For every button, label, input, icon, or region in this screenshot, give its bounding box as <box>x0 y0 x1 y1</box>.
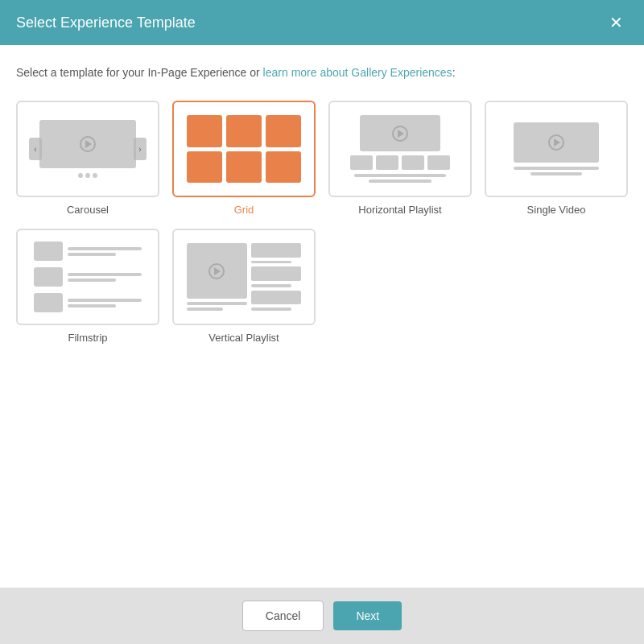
template-item-single-video[interactable]: Single Video <box>485 101 628 216</box>
template-item-horizontal-playlist[interactable]: Horizontal Playlist <box>328 101 472 216</box>
hp-play-circle <box>392 126 408 142</box>
grid-cell-2 <box>226 115 262 147</box>
fs-lines-2 <box>68 273 142 282</box>
vp-sidebar-thumb-1 <box>251 243 301 258</box>
fs-line-1b <box>68 253 116 256</box>
cancel-button[interactable]: Cancel <box>242 601 324 631</box>
description: Select a template for your In-Page Exper… <box>16 64 628 81</box>
sv-line-1 <box>514 167 600 170</box>
template-item-filmstrip[interactable]: Filmstrip <box>16 229 159 344</box>
filmstrip-preview <box>27 240 148 314</box>
carousel-next-arrow: › <box>134 138 147 160</box>
grid-cell-4 <box>187 151 222 184</box>
fs-thumb-1 <box>34 242 63 261</box>
carousel-dots <box>78 173 97 178</box>
vp-sidebar <box>251 243 301 311</box>
empty-cell-1 <box>328 229 472 344</box>
svideo-preview <box>496 112 617 186</box>
template-label-horizontal-playlist: Horizontal Playlist <box>358 204 441 216</box>
vp-main <box>187 243 247 311</box>
hplaylist-thumbs <box>343 155 457 170</box>
fs-line-2b <box>68 279 116 282</box>
modal-title: Select Experience Template <box>16 14 196 31</box>
close-button[interactable]: ✕ <box>605 13 628 32</box>
hp-line-2 <box>369 180 431 183</box>
vp-sidebar-thumb-3 <box>251 291 301 305</box>
fs-line-1a <box>68 247 142 250</box>
sv-line-2 <box>530 172 582 175</box>
vp-sublines <box>187 302 247 311</box>
vp-sidebar-line-2 <box>251 284 291 287</box>
vp-sidebar-thumb-2 <box>251 266 301 281</box>
filmstrip-row-3 <box>34 293 142 312</box>
filmstrip-row-2 <box>34 267 142 287</box>
hp-thumb-4 <box>427 155 450 170</box>
templates-row-2: Filmstrip <box>16 229 628 344</box>
fs-lines-1 <box>68 247 142 256</box>
select-template-modal: Select Experience Template ✕ Select a te… <box>0 0 644 644</box>
vp-video <box>187 243 247 299</box>
grid-cell-1 <box>187 115 222 147</box>
template-item-carousel[interactable]: ‹ › <box>16 101 159 216</box>
template-card-single-video[interactable] <box>485 101 628 197</box>
empty-cell-2 <box>485 229 628 344</box>
hp-play-triangle <box>398 130 404 138</box>
gallery-experiences-link[interactable]: learn more about Gallery Experiences <box>263 66 452 79</box>
template-card-carousel[interactable]: ‹ › <box>16 101 159 197</box>
hp-line-1 <box>354 174 446 177</box>
hplaylist-preview <box>340 112 460 186</box>
sv-play-triangle <box>554 138 560 147</box>
modal-header: Select Experience Template ✕ <box>0 0 644 45</box>
grid-cell-5 <box>226 151 262 184</box>
hplaylist-lines <box>343 174 457 183</box>
vp-play-triangle <box>214 267 221 275</box>
template-card-horizontal-playlist[interactable] <box>328 101 472 197</box>
hplaylist-main-video <box>360 115 440 151</box>
dot-1 <box>78 173 83 178</box>
vp-play-circle <box>208 263 225 279</box>
vp-sidebar-line-1 <box>251 261 291 264</box>
next-button[interactable]: Next <box>333 601 402 630</box>
vplaylist-preview <box>184 240 304 314</box>
fs-line-3a <box>68 299 142 302</box>
carousel-preview: ‹ › <box>27 112 148 186</box>
dot-3 <box>93 173 97 178</box>
svideo-lines <box>514 167 600 175</box>
fs-thumb-3 <box>34 293 63 312</box>
template-card-grid[interactable] <box>172 101 316 197</box>
grid-cell-6 <box>266 151 301 184</box>
template-item-vertical-playlist[interactable]: Vertical Playlist <box>172 229 316 344</box>
dot-2 <box>85 173 90 178</box>
template-label-grid: Grid <box>234 204 254 216</box>
templates-row-1: ‹ › <box>16 101 628 216</box>
grid-cell-3 <box>266 115 301 147</box>
fs-line-3b <box>68 304 116 308</box>
vp-sidebar-line-3 <box>251 308 291 311</box>
template-label-filmstrip: Filmstrip <box>68 332 107 344</box>
carousel-prev-arrow: ‹ <box>29 138 42 160</box>
template-item-grid[interactable]: Grid <box>172 101 316 216</box>
carousel-arrows: ‹ › <box>27 138 148 160</box>
template-card-filmstrip[interactable] <box>16 229 159 325</box>
fs-lines-3 <box>68 299 142 308</box>
template-label-carousel: Carousel <box>67 204 109 216</box>
hp-thumb-3 <box>402 155 424 170</box>
sv-play-circle <box>548 134 564 151</box>
fs-thumb-2 <box>34 267 63 287</box>
vp-line-1 <box>187 302 247 305</box>
svideo-main <box>514 122 600 163</box>
filmstrip-row-1 <box>34 242 142 261</box>
template-label-vertical-playlist: Vertical Playlist <box>208 332 279 344</box>
fs-line-2a <box>68 273 142 276</box>
hp-thumb-1 <box>350 155 373 170</box>
vp-line-2 <box>187 308 223 311</box>
template-card-vertical-playlist[interactable] <box>172 229 316 325</box>
modal-body: Select a template for your In-Page Exper… <box>0 45 644 588</box>
template-label-single-video: Single Video <box>527 204 586 216</box>
modal-footer: Cancel Next <box>0 588 644 644</box>
grid-preview <box>184 112 304 186</box>
hp-thumb-2 <box>376 155 398 170</box>
